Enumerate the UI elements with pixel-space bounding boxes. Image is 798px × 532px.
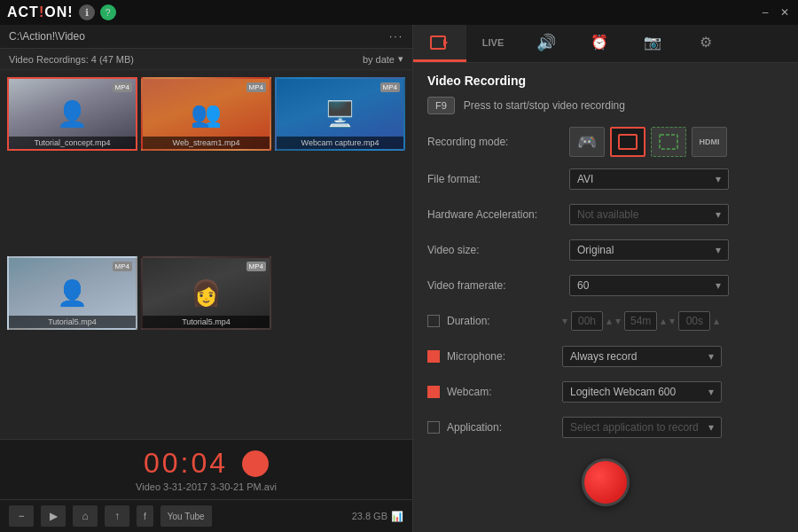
tabs-bar: LIVE 🔊 ⏰ 📷 ⚙: [413, 25, 798, 63]
video-thumb-5[interactable]: 👩 MP4 Tutorial5.mp4: [141, 256, 271, 330]
dur-up-m-icon[interactable]: ▴: [661, 315, 666, 327]
video-framerate-value: 60: [577, 279, 589, 292]
thumb-label-5: Tutorial5.mp4: [143, 316, 270, 328]
webcam-arrow-icon: ▾: [708, 386, 714, 398]
upload-button[interactable]: ↑: [105, 505, 129, 527]
hotkey-desc: Press to start/stop video recording: [464, 99, 625, 112]
play-button[interactable]: ▶: [41, 505, 66, 527]
webcam-control: Logitech Webcam 600 ▾: [562, 381, 784, 403]
thumb-label-4: Tutorial5.mp4: [9, 316, 136, 328]
recordings-count: Video Recordings: 4 (47 MB): [9, 54, 134, 65]
file-format-arrow-icon: ▾: [716, 173, 721, 185]
duration-checkbox[interactable]: [427, 315, 440, 327]
titlebar-left: ACT!ON! ℹ ?: [7, 4, 116, 20]
microphone-checkbox[interactable]: [427, 350, 440, 363]
section-title: Video Recording: [427, 74, 784, 88]
close-button[interactable]: ✕: [778, 6, 791, 19]
mode-gamepad[interactable]: 🎮: [569, 127, 605, 157]
video-thumb-2[interactable]: 👥 MP4 Web_stream1.mp4: [141, 77, 271, 151]
info-icon-btn[interactable]: ℹ: [79, 4, 95, 20]
dur-up-s-icon[interactable]: ▴: [714, 315, 719, 327]
minus-button[interactable]: −: [9, 505, 34, 527]
file-format-dropdown[interactable]: AVI ▾: [569, 168, 729, 190]
video-size-control: Original ▾: [569, 239, 784, 261]
microphone-value: Always record: [570, 350, 637, 363]
video-framerate-control: 60 ▾: [569, 275, 784, 296]
tab-audio[interactable]: 🔊: [520, 25, 573, 62]
right-panel: LIVE 🔊 ⏰ 📷 ⚙ Video Recording F9 Press to…: [413, 25, 798, 532]
application-dropdown[interactable]: Select application to record ▾: [562, 417, 722, 438]
video-framerate-label: Video framerate:: [427, 279, 569, 292]
facebook-button[interactable]: f: [137, 505, 153, 527]
recording-mode-row: Recording mode: 🎮: [427, 127, 784, 157]
screen-capture-icon: [618, 134, 638, 150]
webcam-dropdown[interactable]: Logitech Webcam 600 ▾: [562, 381, 722, 403]
help-icon-btn[interactable]: ?: [100, 4, 116, 20]
hw-accel-dropdown[interactable]: Not available ▾: [569, 204, 729, 225]
mp4-badge-4: MP4: [113, 262, 132, 271]
tab-settings[interactable]: ⚙: [679, 25, 732, 62]
application-label: Application:: [447, 421, 562, 434]
tab-screenshot[interactable]: 📷: [626, 25, 679, 62]
mode-screen[interactable]: [610, 127, 645, 157]
hotkey-key[interactable]: F9: [427, 97, 455, 114]
application-checkbox[interactable]: [427, 421, 440, 434]
microphone-dropdown[interactable]: Always record ▾: [562, 346, 722, 367]
sort-chevron-icon: ▾: [398, 53, 403, 65]
left-panel: C:\Action!\Video ··· Video Recordings: 4…: [0, 25, 413, 532]
storage-icon: 📊: [391, 511, 403, 522]
titlebar-right: – ✕: [759, 6, 791, 19]
application-placeholder: Select application to record: [570, 421, 699, 434]
thumb-label-2: Web_stream1.mp4: [143, 137, 270, 149]
mode-region[interactable]: [651, 127, 686, 157]
minimize-button[interactable]: –: [759, 6, 771, 19]
video-filename: Video 3-31-2017 3-30-21 PM.avi: [136, 481, 277, 492]
svg-rect-2: [619, 135, 637, 149]
hw-accel-value: Not available: [577, 208, 638, 221]
app-logo: ACT!ON!: [7, 4, 74, 20]
panel-content: Video Recording F9 Press to start/stop v…: [413, 63, 798, 532]
tab-live[interactable]: LIVE: [466, 25, 520, 62]
mp4-badge-2: MP4: [246, 82, 266, 92]
dur-up-h-icon[interactable]: ▴: [606, 315, 612, 327]
file-format-row: File format: AVI ▾: [427, 166, 784, 192]
microphone-arrow-icon: ▾: [708, 350, 714, 363]
video-size-value: Original: [577, 244, 614, 256]
region-capture-icon: [659, 134, 678, 150]
mp4-badge-1: MP4: [113, 82, 132, 92]
recordings-header: Video Recordings: 4 (47 MB) by date ▾: [0, 49, 412, 70]
tab-video[interactable]: [413, 25, 466, 62]
dur-down-s-icon[interactable]: ▾: [669, 315, 675, 327]
video-framerate-dropdown[interactable]: 60 ▾: [569, 275, 729, 296]
hw-accel-row: Hardware Acceleration: Not available ▾: [427, 201, 784, 228]
video-thumb-3[interactable]: 🖥️ MP4 Webcam capture.mp4: [275, 77, 405, 151]
mode-hdmi[interactable]: HDMI: [692, 127, 727, 157]
video-size-label: Video size:: [427, 244, 569, 256]
thumb-label-1: Tutorial_concept.mp4: [9, 137, 136, 149]
video-thumb-1[interactable]: 👤 MP4 Tutorial_concept.mp4: [7, 77, 137, 151]
video-thumb-4[interactable]: 👤 MP4 Tutorial5.mp4: [7, 256, 137, 330]
settings-tab-icon: ⚙: [700, 34, 712, 51]
svg-rect-3: [660, 135, 677, 149]
youtube-button[interactable]: You Tube: [160, 505, 212, 527]
video-tab-icon: [430, 35, 450, 50]
hw-accel-arrow-icon: ▾: [716, 208, 721, 221]
record-button[interactable]: [582, 458, 630, 506]
live-tab-label: LIVE: [482, 37, 504, 48]
main-layout: C:\Action!\Video ··· Video Recordings: 4…: [0, 25, 798, 532]
svg-rect-0: [431, 36, 445, 49]
dur-down-m-icon[interactable]: ▾: [615, 315, 621, 327]
duration-seconds: 00s: [678, 311, 710, 331]
webcam-checkbox[interactable]: [427, 386, 440, 398]
storage-info: 23.8 GB 📊: [352, 511, 403, 522]
sort-button[interactable]: by date ▾: [363, 53, 403, 65]
path-menu-button[interactable]: ···: [389, 30, 403, 43]
webcam-value: Logitech Webcam 600: [570, 386, 676, 398]
home-button[interactable]: ⌂: [73, 505, 98, 527]
video-size-dropdown[interactable]: Original ▾: [569, 239, 729, 261]
recording-mode-label: Recording mode:: [427, 136, 569, 148]
mic-button[interactable]: 🎙: [242, 450, 269, 477]
tab-schedule[interactable]: ⏰: [573, 25, 626, 62]
duration-label: Duration:: [447, 315, 562, 327]
dur-down-h-icon[interactable]: ▾: [562, 315, 567, 327]
